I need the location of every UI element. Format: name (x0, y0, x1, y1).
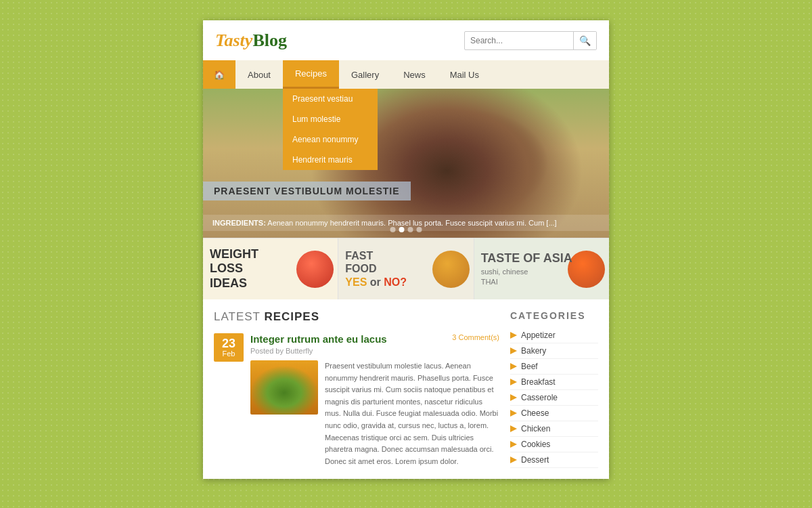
category-label-7: Cookies (521, 440, 550, 449)
recipe-header-row: Integer rutrum ante eu lacus 3 Comment(s… (250, 333, 499, 347)
recipes-dropdown: Praesent vestiau Lum molestie Aenean non… (283, 89, 378, 170)
nav-mail[interactable]: Mail Us (438, 60, 491, 89)
weight-loss-line3: IDEAS (210, 276, 258, 291)
no-text: NO? (384, 276, 407, 288)
latest-recipes-title: LATEST RECIPES (214, 310, 499, 324)
nav-home[interactable]: 🏠 (203, 60, 235, 89)
main-nav: 🏠 About Recipes Praesent vestiau Lum mol… (203, 60, 609, 89)
dropdown-item-1[interactable]: Praesent vestiau (283, 89, 378, 109)
burger-icon (432, 251, 470, 288)
category-arrow-3 (510, 379, 517, 385)
category-label-4: Casserole (521, 393, 558, 402)
latest-recipes-section: LATEST RECIPES 23 Feb Integer rutrum ant… (214, 310, 499, 468)
categories-list: AppetizerBakeryBeefBreakfastCasseroleChe… (510, 328, 598, 468)
site-header: TastyBlog 🔍 (203, 20, 609, 60)
category-item-1[interactable]: Bakery (510, 343, 598, 359)
feature-cards: WEIGHT LOSS IDEAS FAST FOOD YES or NO? T… (203, 238, 609, 299)
feature-card-fast-food[interactable]: FAST FOOD YES or NO? (338, 238, 474, 299)
nav-recipes[interactable]: Recipes (283, 60, 339, 89)
weight-loss-text: WEIGHT LOSS IDEAS (210, 247, 258, 291)
slider-dot-4[interactable] (417, 227, 422, 232)
recipe-meta: Integer rutrum ante eu lacus 3 Comment(s… (250, 333, 499, 467)
recipe-image (250, 360, 318, 415)
categories-title: CATEGORIES (510, 310, 598, 321)
section-title-bold: RECIPES (264, 310, 319, 323)
fast-food-line3: YES or NO? (345, 276, 407, 289)
weight-loss-line1: WEIGHT (210, 247, 258, 262)
nav-gallery[interactable]: Gallery (339, 60, 391, 89)
nav-recipes-container: Recipes Praesent vestiau Lum molestie Ae… (283, 60, 339, 89)
category-item-2[interactable]: Beef (510, 359, 598, 375)
ingredients-label: INGREDIENTS: (212, 219, 266, 227)
ingredients-text: Aenean nonummy hendrerit mauris. Phasel … (267, 219, 556, 227)
categories-section: CATEGORIES AppetizerBakeryBeefBreakfastC… (510, 310, 598, 468)
category-item-6[interactable]: Chicken (510, 421, 598, 437)
recipe-body: Praesent vestibulum molestie lacus. Aene… (250, 360, 499, 467)
taste-asia-sub2: THAI (481, 278, 572, 287)
site-wrapper: TastyBlog 🔍 🏠 About Recipes Praesent ves… (203, 20, 609, 479)
dropdown-item-2[interactable]: Lum molestie (283, 109, 378, 129)
slider-dot-2[interactable] (399, 227, 405, 232)
category-label-3: Breakfast (521, 377, 556, 387)
category-item-4[interactable]: Casserole (510, 390, 598, 406)
category-label-5: Cheese (521, 408, 549, 418)
feature-card-weight-loss[interactable]: WEIGHT LOSS IDEAS (203, 238, 338, 299)
search-button[interactable]: 🔍 (573, 32, 596, 49)
recipe-comments: 3 Comment(s) (452, 333, 499, 341)
category-item-0[interactable]: Appetizer (510, 328, 598, 343)
date-badge: 23 Feb (214, 333, 244, 362)
category-arrow-2 (510, 363, 517, 370)
fast-food-line2: FOOD (345, 262, 407, 275)
search-input[interactable] (465, 33, 573, 49)
category-item-7[interactable]: Cookies (510, 437, 598, 452)
recipe-title[interactable]: Integer rutrum ante eu lacus (250, 333, 387, 345)
logo-blog: Blog (252, 30, 287, 50)
or-text: or (370, 276, 381, 288)
category-item-5[interactable]: Cheese (510, 406, 598, 421)
feature-card-taste-asia[interactable]: TASTE OF ASIA sushi, chinese THAI (474, 238, 609, 299)
recipe-card: 23 Feb Integer rutrum ante eu lacus 3 Co… (214, 333, 499, 467)
hero-title: PRAESENT VESTIBULUM MOLESTIE (203, 182, 411, 200)
category-arrow-7 (510, 441, 517, 448)
slider-dots (390, 227, 422, 232)
dropdown-item-4[interactable]: Hendrerit mauris (283, 150, 378, 170)
category-arrow-0 (510, 332, 517, 339)
category-item-3[interactable]: Breakfast (510, 375, 598, 390)
category-arrow-1 (510, 347, 517, 354)
category-label-2: Beef (521, 362, 538, 371)
fast-food-text: FAST FOOD YES or NO? (345, 249, 407, 289)
slider-dot-1[interactable] (390, 227, 396, 232)
nav-news[interactable]: News (391, 60, 438, 89)
category-arrow-4 (510, 394, 517, 401)
category-label-1: Bakery (521, 346, 546, 356)
date-day: 23 (221, 337, 237, 350)
category-arrow-8 (510, 457, 517, 463)
category-label-8: Dessert (521, 455, 549, 465)
taste-asia-title: TASTE OF ASIA (481, 251, 572, 266)
soup-image (250, 360, 318, 415)
site-logo: TastyBlog (215, 30, 287, 51)
category-arrow-5 (510, 410, 517, 417)
taste-asia-sub1: sushi, chinese (481, 268, 572, 276)
category-item-8[interactable]: Dessert (510, 452, 598, 468)
category-arrow-6 (510, 425, 517, 432)
weight-loss-line2: LOSS (210, 261, 258, 276)
taste-asia-text: TASTE OF ASIA sushi, chinese THAI (481, 251, 572, 287)
recipe-author: Posted by Butterfly (250, 347, 499, 355)
section-title-light: LATEST (214, 310, 261, 323)
main-content: LATEST RECIPES 23 Feb Integer rutrum ant… (203, 299, 609, 479)
yes-text: YES (345, 276, 367, 288)
search-box: 🔍 (464, 31, 597, 50)
sushi-icon (568, 251, 605, 288)
category-label-0: Appetizer (521, 331, 556, 340)
logo-tasty: Tasty (215, 30, 252, 50)
category-label-6: Chicken (521, 424, 550, 433)
nav-about[interactable]: About (235, 60, 283, 89)
apple-icon (296, 251, 334, 288)
fast-food-line1: FAST (345, 249, 407, 262)
dropdown-item-3[interactable]: Aenean nonummy (283, 129, 378, 150)
recipe-text: Praesent vestibulum molestie lacus. Aene… (325, 360, 499, 467)
slider-dot-3[interactable] (408, 227, 413, 232)
date-month: Feb (221, 350, 237, 358)
hero-slider: PRAESENT VESTIBULUM MOLESTIE INGREDIENTS… (203, 89, 609, 238)
